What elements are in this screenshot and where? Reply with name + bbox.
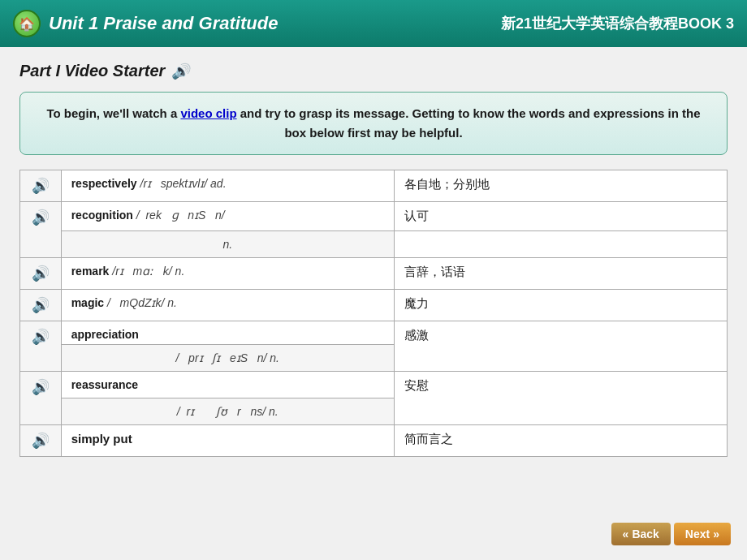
video-clip-link[interactable]: video clip — [180, 106, 236, 120]
translation-cell-2b — [394, 231, 727, 258]
table-row: 🔊 appreciation 感激 — [20, 321, 728, 345]
word-chinese-3: 言辞，话语 — [404, 265, 465, 278]
word-chinese-7: 简而言之 — [404, 432, 453, 446]
table-row: 🔊 simply put 简而言之 — [20, 425, 728, 457]
translation-cell-6: 安慰 — [394, 372, 727, 425]
back-button[interactable]: « Back — [611, 523, 671, 545]
translation-cell-2: 认可 — [394, 202, 727, 231]
info-text-before: To begin, we'll watch a — [46, 106, 180, 120]
word-cell-1: respectively /rɪ spektɪvlɪ/ ad. — [61, 170, 394, 202]
word-chinese-6: 安慰 — [404, 378, 429, 392]
audio-cell-4[interactable]: 🔊 — [20, 290, 62, 321]
table-row: 🔊 respectively /rɪ spektɪvlɪ/ ad. 各自地；分别… — [20, 170, 728, 202]
speaker-icon-4[interactable]: 🔊 — [32, 297, 50, 313]
speaker-icon-3[interactable]: 🔊 — [32, 265, 50, 282]
word-cell-3: remark /rɪ mɑː k/ n. — [61, 258, 394, 290]
audio-cell-5[interactable]: 🔊 — [20, 321, 62, 372]
translation-cell-4: 魔力 — [394, 290, 727, 321]
word-phonetic-4: / mQdZɪk/ n. — [107, 296, 177, 309]
part-title: Part I Video Starter 🔊 — [19, 62, 728, 80]
speaker-icon-2[interactable]: 🔊 — [32, 209, 50, 226]
next-arrow-icon: » — [713, 528, 719, 541]
info-text-after: and try to grasp its message. Getting to… — [237, 106, 701, 140]
translation-cell-1: 各自地；分别地 — [394, 170, 727, 202]
word-phonetic-2a: / rek ɡ nɪS n/ — [136, 209, 225, 222]
unit-title: Unit 1 Praise and Gratitude — [49, 13, 278, 34]
table-row: 🔊 reassurance 安慰 — [20, 372, 728, 398]
word-cell-5b: / prɪ ʃɪ eɪS n/ n. — [61, 345, 394, 372]
next-label: Next — [685, 528, 710, 541]
back-arrow-icon: « — [623, 528, 629, 541]
speaker-icon-5[interactable]: 🔊 — [32, 329, 50, 345]
word-chinese-5: 感激 — [404, 328, 429, 342]
word-cell-6: reassurance — [61, 372, 394, 398]
audio-cell-3[interactable]: 🔊 — [20, 258, 62, 290]
main-content: Part I Video Starter 🔊 To begin, we'll w… — [0, 47, 747, 560]
word-cell-7: simply put — [61, 425, 394, 457]
next-button[interactable]: Next » — [674, 523, 731, 545]
word-english-7: simply put — [71, 432, 132, 446]
word-phonetic-1: /rɪ spektɪvlɪ/ ad. — [140, 177, 227, 190]
audio-cell-7[interactable]: 🔊 — [20, 425, 62, 457]
word-cell-4: magic / mQdZɪk/ n. — [61, 290, 394, 321]
word-phonetic-5: / prɪ ʃɪ eɪS n/ n. — [176, 351, 279, 364]
word-cell-2b: n. — [61, 231, 394, 258]
info-box: To begin, we'll watch a video clip and t… — [19, 92, 728, 155]
part-title-text: Part I Video Starter — [19, 62, 165, 80]
word-cell-6b: / rɪ ʃʊ r ns/ n. — [61, 398, 394, 425]
word-english-3: remark — [71, 265, 113, 278]
home-icon: 🏠 — [19, 16, 35, 32]
word-chinese-4: 魔力 — [404, 296, 429, 310]
vocabulary-table: 🔊 respectively /rɪ spektɪvlɪ/ ad. 各自地；分别… — [19, 170, 728, 457]
speaker-icon-1[interactable]: 🔊 — [32, 178, 50, 194]
word-english-2: recognition — [71, 209, 133, 222]
table-row: 🔊 magic / mQdZɪk/ n. 魔力 — [20, 290, 728, 321]
audio-cell-2[interactable]: 🔊 — [20, 202, 62, 258]
word-cell-2: recognition / rek ɡ nɪS n/ — [61, 202, 394, 231]
speaker-icon-7[interactable]: 🔊 — [32, 433, 50, 449]
word-english-6: reassurance — [71, 378, 139, 391]
word-phonetic-6: / rɪ ʃʊ r ns/ n. — [177, 405, 279, 418]
navigation-buttons: « Back Next » — [611, 523, 731, 545]
translation-cell-3: 言辞，话语 — [394, 258, 727, 290]
speaker-icon-6[interactable]: 🔊 — [32, 379, 50, 395]
word-cell-5: appreciation — [61, 321, 394, 345]
header: 🏠 Unit 1 Praise and Gratitude 新21世纪大学英语综… — [0, 0, 747, 47]
translation-cell-5: 感激 — [394, 321, 727, 372]
back-label: Back — [632, 528, 658, 541]
word-english-4: magic — [71, 296, 107, 309]
header-left: 🏠 Unit 1 Praise and Gratitude — [13, 10, 278, 37]
audio-cell-6[interactable]: 🔊 — [20, 372, 62, 425]
word-chinese-1: 各自地；分别地 — [404, 177, 490, 191]
table-row-continuation: n. — [20, 231, 728, 258]
translation-cell-7: 简而言之 — [394, 425, 727, 457]
word-english-1: respectively — [71, 177, 140, 190]
audio-cell-1[interactable]: 🔊 — [20, 170, 62, 202]
audio-icon[interactable]: 🔊 — [171, 62, 189, 80]
table-row: 🔊 recognition / rek ɡ nɪS n/ 认可 — [20, 202, 728, 231]
word-english-5: appreciation — [71, 328, 139, 341]
book-title: 新21世纪大学英语综合教程BOOK 3 — [501, 14, 734, 33]
home-button[interactable]: 🏠 — [13, 10, 41, 37]
table-row: 🔊 remark /rɪ mɑː k/ n. 言辞，话语 — [20, 258, 728, 290]
word-phonetic-2b: n. — [222, 238, 232, 251]
word-chinese-2: 认可 — [404, 209, 429, 222]
word-phonetic-3: /rɪ mɑː k/ n. — [112, 265, 184, 278]
